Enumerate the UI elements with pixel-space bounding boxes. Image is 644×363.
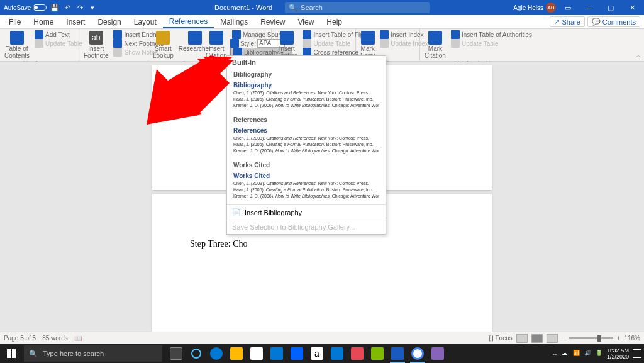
word-taskbar-icon[interactable] (387, 344, 408, 363)
close-button[interactable]: ✕ (623, 0, 641, 15)
insert-footnote-button[interactable]: abInsert Footnote (82, 30, 110, 60)
user-name[interactable]: Agie Heiss (513, 4, 543, 11)
bib-option-works-cited[interactable]: Works Cited Works Cited Chen, J. (2003).… (227, 159, 386, 204)
insert-bib-icon: 📄 (232, 208, 241, 216)
page-indicator[interactable]: Page 5 of 5 (4, 335, 36, 342)
minimize-button[interactable]: ─ (580, 0, 599, 15)
authorities-icon (451, 30, 460, 39)
bibliography-dropdown: Built-In Bibliography Bibliography Chen,… (226, 55, 386, 235)
chrome-icon[interactable] (408, 344, 428, 363)
qat-more-icon[interactable]: ▾ (88, 3, 97, 12)
focus-mode[interactable]: ⁅⁆ Focus (489, 335, 513, 342)
endnote-icon (113, 30, 122, 39)
tab-references[interactable]: References (163, 15, 214, 28)
notifications-icon[interactable] (633, 349, 641, 358)
undo-icon[interactable]: ↶ (63, 3, 72, 12)
add-text-icon (35, 30, 43, 39)
wifi-icon[interactable]: 📶 (573, 350, 580, 357)
figures-icon (303, 30, 311, 39)
tab-view[interactable]: View (292, 15, 321, 28)
start-button[interactable] (0, 344, 23, 363)
maximize-button[interactable]: ▢ (601, 0, 620, 15)
zoom-out-button[interactable]: − (562, 335, 565, 342)
search-box[interactable]: 🔍 Search (285, 2, 430, 13)
zoom-slider[interactable] (569, 337, 613, 339)
red-arrow-annotation (147, 55, 235, 125)
dropdown-header: Built-In (227, 56, 386, 69)
toggle-off-icon (33, 4, 47, 11)
document-text[interactable]: Step Three: Cho (190, 239, 248, 249)
smart-lookup-icon (156, 31, 170, 45)
app-icon[interactable] (347, 344, 367, 363)
app-icon[interactable] (428, 344, 448, 363)
share-button[interactable]: ↗Share (550, 16, 584, 27)
explorer-icon[interactable] (226, 344, 247, 363)
comment-icon: 💬 (592, 18, 601, 26)
document-title: Document1 - Word (214, 4, 272, 11)
tab-mailings[interactable]: Mailings (214, 15, 254, 28)
taskbar-search[interactable]: 🔍 Type here to search (24, 345, 162, 362)
ribbon-options-icon[interactable]: ▭ (558, 0, 577, 15)
clock[interactable]: 8:32 AM 1/2/2020 (607, 347, 629, 360)
mail-icon[interactable] (267, 344, 287, 363)
mark-citation-icon (428, 31, 442, 45)
app-icon[interactable] (367, 344, 387, 363)
tab-review[interactable]: Review (254, 15, 291, 28)
update-toc-button[interactable]: Update Table (33, 39, 84, 48)
status-bar: Page 5 of 5 85 words 📖 ⁅⁆ Focus − + 116% (0, 332, 644, 344)
read-mode-button[interactable] (516, 334, 528, 343)
footnote-icon: ab (89, 31, 103, 45)
zoom-level[interactable]: 116% (624, 335, 640, 342)
update-icon (303, 39, 311, 48)
store-icon[interactable] (247, 344, 267, 363)
volume-icon[interactable]: 🔊 (584, 350, 592, 357)
autosave-toggle[interactable]: AutoSave (4, 4, 47, 11)
search-icon: 🔍 (289, 4, 297, 12)
search-icon: 🔍 (29, 350, 38, 358)
tray-expand-icon[interactable]: ︿ (552, 350, 558, 358)
tab-file[interactable]: File (3, 15, 27, 28)
onedrive-icon[interactable]: ☁ (562, 350, 569, 357)
toc-icon (10, 31, 24, 45)
style-icon (230, 39, 239, 48)
battery-icon[interactable]: 🔋 (596, 350, 603, 357)
user-avatar[interactable]: AH (546, 3, 556, 13)
update-icon (451, 39, 460, 48)
save-icon[interactable]: 💾 (50, 3, 59, 12)
redo-icon[interactable]: ↷ (75, 3, 84, 12)
save-selection-item: Save Selection to Bibliography Gallery..… (227, 220, 386, 234)
share-icon: ↗ (554, 18, 560, 26)
insert-authorities-button[interactable]: Insert Table of Authorities (449, 30, 534, 39)
windows-icon (7, 349, 16, 358)
zoom-in-button[interactable]: + (617, 335, 621, 342)
tab-design[interactable]: Design (91, 15, 127, 28)
cortana-icon[interactable] (186, 344, 206, 363)
tab-help[interactable]: Help (320, 15, 348, 28)
dropbox-icon[interactable] (287, 344, 307, 363)
show-notes-icon (113, 48, 122, 57)
amazon-icon[interactable]: a (307, 344, 327, 363)
bib-option-bibliography[interactable]: Bibliography Bibliography Chen, J. (2003… (227, 69, 386, 114)
word-count[interactable]: 85 words (42, 335, 68, 342)
update-authorities-button[interactable]: Update Table (449, 39, 534, 48)
comments-button[interactable]: 💬Comments (587, 16, 640, 27)
proofing-icon[interactable]: 📖 (74, 335, 82, 342)
sources-icon (232, 30, 241, 39)
print-layout-button[interactable] (531, 334, 543, 343)
web-layout-button[interactable] (547, 334, 558, 343)
photos-icon[interactable] (327, 344, 347, 363)
ribbon-tabs: File Home Insert Design Layout Reference… (0, 15, 644, 29)
tab-home[interactable]: Home (27, 15, 60, 28)
tab-insert[interactable]: Insert (60, 15, 91, 28)
tab-layout[interactable]: Layout (128, 15, 163, 28)
bib-option-references[interactable]: References References Chen, J. (2003). C… (227, 114, 386, 159)
svg-marker-3 (147, 55, 233, 125)
edge-icon[interactable] (206, 344, 226, 363)
insert-bibliography-item[interactable]: 📄 Insert Bibliography (227, 204, 386, 220)
add-text-button[interactable]: Add Text (33, 30, 84, 39)
task-view-button[interactable] (166, 344, 186, 363)
title-bar: AutoSave 💾 ↶ ↷ ▾ Document1 - Word 🔍 Sear… (0, 0, 644, 15)
collapse-ribbon-icon[interactable]: ︿ (636, 52, 641, 60)
mark-citation-button[interactable]: Mark Citation (423, 30, 448, 60)
table-of-contents-button[interactable]: Table of Contents (3, 30, 31, 60)
